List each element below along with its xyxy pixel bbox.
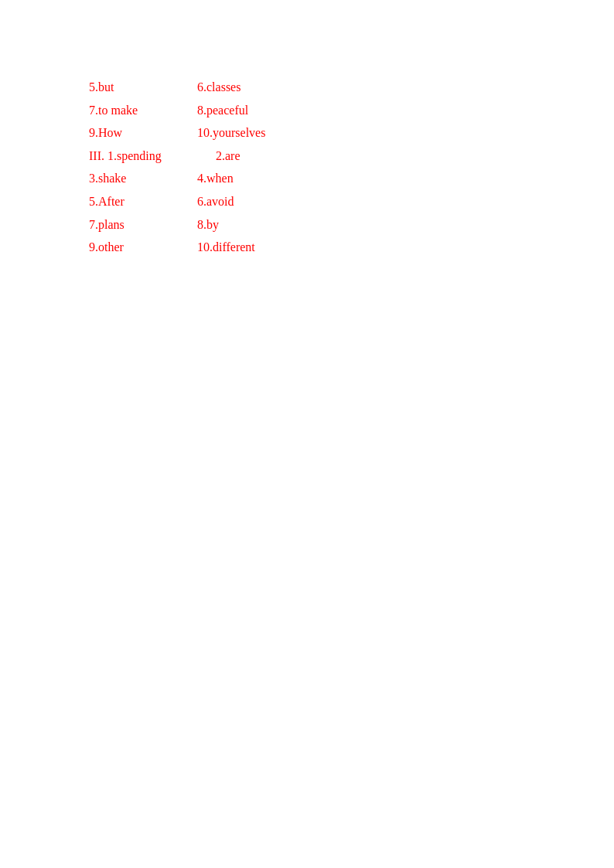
- answer-line-line1: 5.but6.classes: [89, 77, 614, 97]
- answer-item-6classes: 6.classes: [197, 77, 305, 97]
- answer-item-5but: 5.but: [89, 77, 197, 97]
- answer-item-section3: III.: [89, 146, 104, 166]
- answer-line-line2: 7.to make8.peaceful: [89, 100, 614, 121]
- answer-line-line8: 9.other10.different: [89, 237, 614, 257]
- main-content: 5.but6.classes7.to make8.peaceful9.How10…: [0, 0, 614, 257]
- answer-item-5after: 5.After: [89, 192, 197, 212]
- answer-item-9how: 9.How: [89, 123, 197, 143]
- answer-line-line7: 7.plans8.by: [89, 215, 614, 235]
- answer-item-8peaceful: 8.peaceful: [197, 100, 305, 121]
- answer-item-4when: 4.when: [197, 168, 305, 189]
- answer-line-line3: 9.How10.yourselves: [89, 123, 614, 143]
- answer-item-10different: 10.different: [197, 237, 305, 257]
- answer-line-line5: 3.shake4.when: [89, 168, 614, 189]
- answer-item-10yourselves: 10.yourselves: [197, 123, 305, 143]
- answer-item-7plans: 7.plans: [89, 215, 197, 235]
- answer-item-7tomake: 7.to make: [89, 100, 197, 121]
- answer-item-3shake: 3.shake: [89, 168, 197, 189]
- answer-line-line4: III.1.spending2.are: [89, 146, 614, 166]
- answer-item-8by: 8.by: [197, 215, 305, 235]
- answer-item-6avoid: 6.avoid: [197, 192, 305, 212]
- answer-item-9other: 9.other: [89, 237, 197, 257]
- answer-line-line6: 5.After6.avoid: [89, 192, 614, 212]
- answer-item-1spending: 1.spending: [107, 146, 216, 166]
- answer-item-2are: 2.are: [216, 146, 324, 166]
